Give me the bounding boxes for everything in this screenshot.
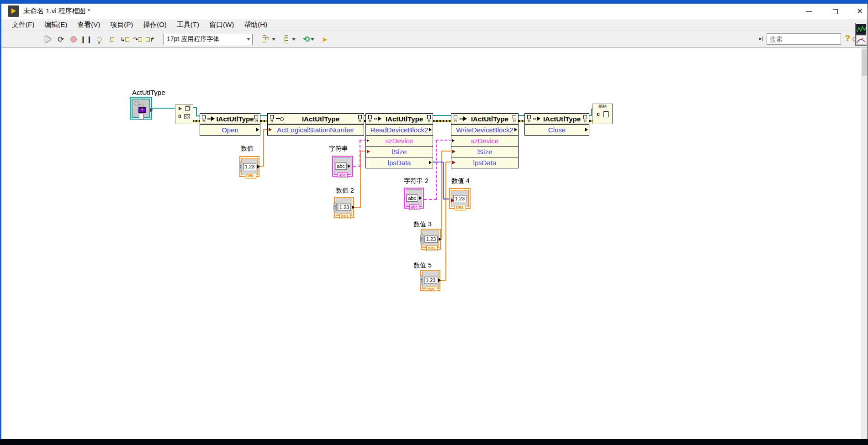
param-row-szdevice[interactable]: szDevice [366, 135, 433, 146]
search-input[interactable] [767, 36, 852, 43]
vertical-scrollbar[interactable] [861, 48, 868, 439]
input-terminal [452, 139, 455, 142]
menu-file[interactable]: 文件(F) [7, 19, 39, 31]
vi-icon-thumbnail[interactable] [855, 23, 867, 46]
numeric-3-control-terminal[interactable]: ▲▼ 1.23 DBL [421, 229, 441, 250]
automation-open-node[interactable]: 0 [175, 105, 193, 124]
numeric-label: 数值 [241, 145, 254, 153]
string-2-wire[interactable] [436, 140, 452, 141]
invoke-node-writedeviceblock2[interactable]: ?! IActUtlType ?! WriteDeviceBlock2 szDe… [451, 113, 519, 168]
step-out-button[interactable]: ↱ [144, 33, 157, 45]
font-selector[interactable]: 17pt 应用程序字体 [163, 34, 253, 45]
method-row-open[interactable]: Open [200, 124, 260, 135]
property-row-actlogicalstationnumber[interactable]: ActLogicalStationNumber [268, 124, 364, 135]
menu-window[interactable]: 窗口(W) [204, 19, 239, 31]
error-wire[interactable] [192, 120, 200, 122]
lpsdata-wire[interactable] [443, 199, 449, 199]
align-objects-button[interactable] [263, 35, 275, 43]
close-reference-node[interactable]: 组/错 c [593, 104, 613, 124]
output-terminal [348, 164, 350, 168]
close-button[interactable]: ✕ [849, 4, 868, 19]
chevron-down-icon [292, 38, 296, 41]
page-icon [139, 114, 144, 120]
pause-button[interactable]: ❙❙ [80, 33, 93, 45]
title-bar[interactable]: 未命名 1.vi 程序框图 * ✕ [1, 4, 868, 19]
context-help-button[interactable]: ? [845, 34, 850, 43]
param-row-lsize[interactable]: lSize [366, 146, 433, 157]
numeric-wire[interactable] [263, 130, 264, 167]
input-terminal [452, 161, 455, 164]
string-wire[interactable] [360, 140, 366, 141]
dbl-type-tag: DBL [455, 205, 466, 210]
string-2-wire[interactable] [424, 199, 437, 200]
menu-help[interactable]: 帮助(H) [239, 19, 272, 31]
automation-refnum-control[interactable]: ? [130, 97, 152, 120]
run-continuously-button[interactable]: ⟳ [54, 33, 67, 45]
string-control-terminal[interactable]: abc abc [332, 156, 353, 177]
refnum-wire[interactable] [196, 115, 200, 116]
error-wire[interactable] [519, 120, 524, 122]
numeric-2-control-terminal[interactable]: ▲▼ 1.23 DBL [334, 197, 354, 218]
string-wire[interactable] [360, 140, 360, 167]
arrow-icon [179, 107, 182, 110]
reorder-button[interactable]: ➤ [322, 35, 328, 44]
run-button[interactable] [42, 33, 54, 45]
distribute-objects-button[interactable] [283, 35, 296, 43]
maximize-button[interactable] [825, 4, 846, 19]
property-node-actlogicalstationnumber[interactable]: ?! IActUtlType ?! ActLogicalStationNumbe… [267, 113, 364, 136]
param-row-lsize[interactable]: lSize [451, 146, 518, 157]
refnum-wire[interactable] [260, 115, 267, 116]
output-terminal [256, 128, 259, 131]
lightbulb-icon [97, 37, 102, 42]
numeric-4-indicator-terminal[interactable]: 1.23 DBL [449, 188, 471, 209]
method-row-writedeviceblock2[interactable]: WriteDeviceBlock2 [451, 124, 518, 135]
menu-edit[interactable]: 编辑(E) [39, 19, 72, 31]
menu-view[interactable]: 查看(V) [72, 19, 105, 31]
numeric-3-wire[interactable] [441, 151, 452, 152]
clean-up-diagram-button[interactable]: ⟲ [303, 34, 314, 44]
refnum-wire[interactable] [519, 115, 524, 116]
string-value: abc [406, 194, 418, 202]
error-out-terminal: ?! [426, 115, 432, 122]
param-row-lpsdata[interactable]: lpsData [451, 157, 518, 168]
step-into-button[interactable]: ↳ [118, 33, 131, 45]
lpsdata-wire[interactable] [433, 162, 443, 162]
string-2-control-terminal[interactable]: abc abc [404, 188, 424, 209]
refnum-wire[interactable] [152, 108, 175, 109]
param-row-szdevice[interactable]: szDevice [451, 135, 518, 146]
menu-operate[interactable]: 操作(O) [138, 19, 172, 31]
error-wire[interactable] [260, 120, 267, 122]
method-row-readdeviceblock2[interactable]: ReadDeviceBlock2 [366, 124, 433, 135]
numeric-control-terminal[interactable]: ▲▼ 1.23 DBL [239, 156, 259, 177]
node-class-name: IActUtlType [216, 115, 254, 123]
refnum-wire[interactable] [433, 115, 451, 116]
abort-button[interactable] [67, 33, 80, 45]
error-wire[interactable] [433, 120, 451, 122]
output-terminal [585, 128, 588, 131]
refnum-wire[interactable] [196, 107, 197, 116]
retain-wire-values-button[interactable] [106, 33, 118, 45]
menu-project[interactable]: 项目(P) [105, 19, 138, 31]
close-icon: ✕ [857, 8, 863, 15]
highlight-execution-button[interactable] [93, 33, 106, 45]
abc-type-tag: abc [338, 173, 348, 178]
menu-tools[interactable]: 工具(T) [172, 19, 204, 31]
invoke-node-open[interactable]: ?! IActUtlType ?! Open [200, 113, 260, 136]
invoke-node-close[interactable]: ?! IActUtlType ?! Close [524, 113, 589, 136]
refnum-wire[interactable] [591, 109, 592, 116]
method-row-close[interactable]: Close [525, 124, 589, 135]
numeric-2-label: 数值 2 [336, 187, 354, 195]
step-over-button[interactable]: ↷ [131, 33, 144, 45]
invoke-node-readdeviceblock2[interactable]: ?! IActUtlType ?! ReadDeviceBlock2 szDev… [365, 113, 433, 168]
scrollbar-thumb[interactable] [862, 49, 867, 76]
numeric-5-control-terminal[interactable]: ▲▼ 1.23 DBL [420, 270, 440, 291]
search-expander[interactable]: ▸| [759, 36, 763, 42]
property-icon [276, 116, 283, 121]
minimize-button[interactable] [799, 4, 820, 19]
string-2-wire[interactable] [436, 140, 437, 200]
input-terminal [452, 150, 455, 153]
lpsdata-wire[interactable] [443, 162, 444, 199]
numeric-3-wire[interactable] [441, 151, 442, 240]
param-row-lpsdata[interactable]: lpsData [366, 157, 433, 168]
numeric-5-wire[interactable] [445, 162, 446, 281]
